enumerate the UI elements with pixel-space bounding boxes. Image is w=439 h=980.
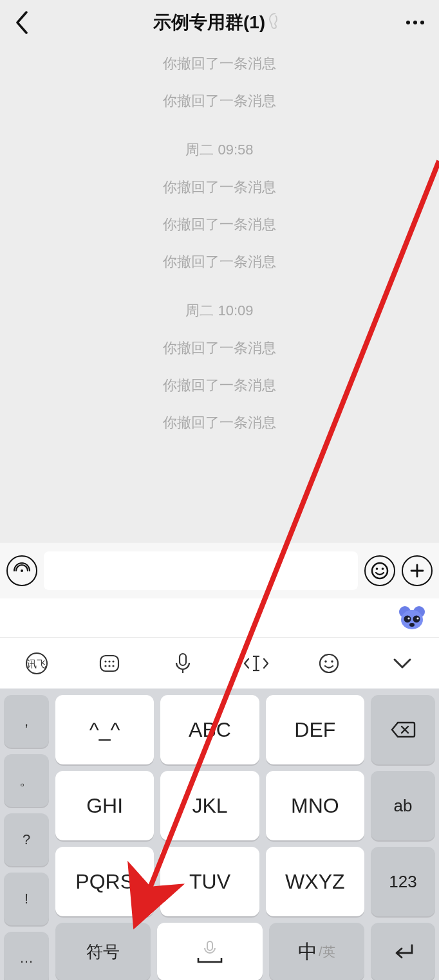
key-lang-main: 中 [298, 939, 317, 965]
key-ghi[interactable]: GHI [55, 771, 154, 840]
key-ellipsis[interactable]: … [4, 932, 49, 980]
key-jkl[interactable]: JKL [160, 771, 259, 840]
key-space[interactable] [157, 923, 262, 980]
message-input[interactable] [44, 551, 358, 590]
emoji-tool-button[interactable] [314, 649, 344, 678]
svg-point-2 [376, 568, 378, 570]
key-wxyz[interactable]: WXYZ [266, 847, 364, 916]
key-exclaim[interactable]: ! [4, 873, 49, 925]
system-message: 你撤回了一条消息 [0, 367, 439, 404]
input-bar [0, 542, 439, 598]
key-def[interactable]: DEF [266, 695, 364, 764]
voice-toggle-button[interactable] [6, 555, 37, 586]
key-question[interactable]: ? [4, 813, 49, 866]
assistant-avatar-icon[interactable] [398, 604, 426, 632]
system-message: 你撤回了一条消息 [0, 329, 439, 367]
svg-rect-16 [100, 656, 118, 671]
chat-area[interactable]: 你撤回了一条消息你撤回了一条消息周二 09:58你撤回了一条消息你撤回了一条消息… [0, 45, 439, 542]
ime-assistant-strip [0, 598, 439, 637]
header: 示例专用群(1) [0, 0, 439, 45]
system-message: 你撤回了一条消息 [0, 45, 439, 82]
back-button[interactable] [9, 10, 35, 35]
chat-title: 示例专用群(1) [153, 10, 265, 35]
collapse-keyboard-button[interactable] [388, 649, 417, 678]
svg-point-22 [113, 665, 115, 667]
svg-point-3 [382, 568, 384, 570]
key-ab[interactable]: ab [371, 771, 435, 840]
svg-point-10 [413, 616, 420, 623]
emoji-button[interactable] [364, 555, 395, 586]
keyboard-switch-button[interactable] [95, 649, 124, 678]
cursor-move-button[interactable] [241, 649, 271, 678]
timestamp: 周二 10:09 [0, 281, 439, 329]
key-language[interactable]: 中/英 [269, 923, 364, 980]
system-message: 你撤回了一条消息 [0, 206, 439, 243]
svg-point-1 [372, 563, 388, 578]
key-symbol[interactable]: 符号 [55, 923, 151, 980]
ime-logo-button[interactable]: 讯飞 [22, 649, 51, 678]
svg-point-13 [409, 623, 415, 627]
svg-point-30 [332, 660, 334, 663]
system-message: 你撤回了一条消息 [0, 404, 439, 441]
system-message: 你撤回了一条消息 [0, 82, 439, 120]
system-message: 你撤回了一条消息 [0, 169, 439, 206]
key-backspace[interactable] [371, 695, 435, 764]
more-button[interactable] [400, 21, 430, 24]
svg-point-17 [105, 660, 107, 662]
punct-column: , 。 ? ! … [4, 695, 49, 980]
svg-rect-23 [180, 654, 186, 665]
svg-point-20 [105, 665, 107, 667]
svg-point-18 [109, 660, 111, 662]
key-enter[interactable] [371, 923, 435, 980]
key-123[interactable]: 123 [371, 847, 435, 916]
key-mno[interactable]: MNO [266, 771, 364, 840]
svg-rect-33 [207, 941, 212, 950]
key-tuv[interactable]: TUV [160, 847, 259, 916]
svg-point-9 [404, 616, 411, 623]
plus-button[interactable] [402, 555, 433, 586]
svg-point-0 [21, 569, 23, 572]
svg-point-29 [325, 660, 328, 663]
keyboard: , 。 ? ! … ^_^ ABC DEF GHI JKL MNO ab [0, 689, 439, 980]
system-message: 你撤回了一条消息 [0, 243, 439, 281]
svg-point-19 [113, 660, 115, 662]
timestamp: 周二 09:58 [0, 120, 439, 169]
svg-point-21 [109, 665, 111, 667]
key-lang-sub: /英 [319, 943, 335, 961]
earpiece-icon [269, 13, 282, 32]
svg-point-11 [407, 617, 409, 619]
key-comma[interactable]: , [4, 695, 49, 748]
svg-point-12 [416, 617, 418, 619]
svg-text:讯飞: 讯飞 [27, 658, 46, 669]
svg-point-28 [320, 654, 338, 672]
key-face[interactable]: ^_^ [55, 695, 154, 764]
key-abc[interactable]: ABC [160, 695, 259, 764]
keyboard-toolbar: 讯飞 [0, 637, 439, 689]
mic-button[interactable] [168, 649, 198, 678]
key-pqrs[interactable]: PQRS [55, 847, 154, 916]
key-period[interactable]: 。 [4, 754, 49, 807]
